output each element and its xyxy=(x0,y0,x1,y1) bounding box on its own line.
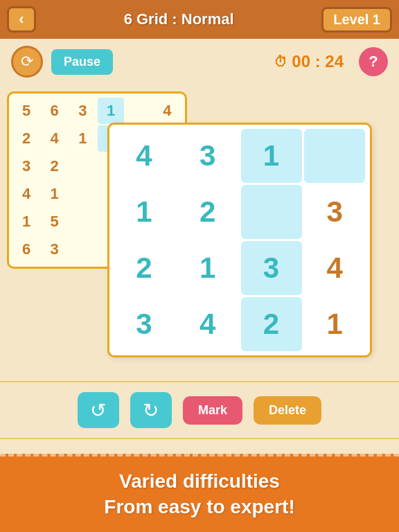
header: ‹ 6 Grid : Normal Level 1 xyxy=(0,0,399,39)
back-grid-cell[interactable]: 6 xyxy=(13,236,39,263)
front-grid-cell[interactable]: 2 xyxy=(241,297,302,351)
back-grid-cell[interactable] xyxy=(126,98,152,124)
back-grid-cell[interactable]: 3 xyxy=(69,98,96,124)
pause-button[interactable]: Pause xyxy=(51,49,113,75)
back-grid-cell[interactable]: 5 xyxy=(42,209,68,235)
front-grid-cell[interactable]: 1 xyxy=(241,129,302,183)
undo-button[interactable]: ↺ xyxy=(78,392,119,428)
level-badge: Level 1 xyxy=(321,7,392,33)
front-grid-cell[interactable]: 3 xyxy=(241,241,302,295)
back-grid-cell[interactable]: 1 xyxy=(98,98,124,124)
back-grid-cell[interactable]: 1 xyxy=(42,181,68,207)
timer-value: 00 : 24 xyxy=(292,52,344,71)
front-grid-cell[interactable]: 1 xyxy=(114,185,175,239)
controls-row: ⟳ Pause ⏱ 00 : 24 ? xyxy=(0,39,399,85)
front-grid-cell[interactable]: 1 xyxy=(177,241,238,295)
back-grid-cell[interactable] xyxy=(69,236,96,263)
undo-icon: ↺ xyxy=(90,399,106,422)
back-grid-cell[interactable]: 2 xyxy=(13,125,39,152)
front-grid-cell[interactable] xyxy=(304,129,365,183)
redo-button[interactable]: ↻ xyxy=(130,392,172,428)
front-grid-cell[interactable]: 1 xyxy=(304,297,365,351)
front-grid-cells: 43112321343421 xyxy=(114,129,366,351)
front-grid-cell[interactable] xyxy=(241,185,302,239)
back-grid-cell[interactable]: 2 xyxy=(42,153,68,179)
redo-icon: ↻ xyxy=(143,399,159,422)
back-grid-cell[interactable]: 5 xyxy=(13,98,39,124)
back-grid-cell[interactable] xyxy=(69,181,96,207)
delete-button[interactable]: Delete xyxy=(254,396,321,425)
back-grid-cell[interactable]: 1 xyxy=(69,125,96,152)
back-grid-cell[interactable]: 3 xyxy=(42,236,68,263)
back-button[interactable]: ‹ xyxy=(7,6,36,33)
back-grid-cell[interactable]: 6 xyxy=(42,98,68,124)
back-grid-cell[interactable] xyxy=(69,153,96,179)
back-grid-cell[interactable]: 4 xyxy=(13,181,39,207)
front-grid-cell[interactable]: 3 xyxy=(304,185,365,239)
clock-icon: ⏱ xyxy=(274,54,287,70)
back-grid-cell[interactable] xyxy=(69,209,96,235)
banner-line1: Varied difficulties From easy to expert! xyxy=(14,469,385,520)
front-grid-cell[interactable]: 2 xyxy=(177,185,238,239)
front-grid-cell[interactable]: 4 xyxy=(114,129,175,183)
help-button[interactable]: ? xyxy=(359,47,388,76)
front-grid: 43112321343421 xyxy=(107,123,372,357)
bottom-banner: Varied difficulties From easy to expert! xyxy=(0,454,399,532)
front-grid-cell[interactable]: 4 xyxy=(304,241,365,295)
front-grid-cell[interactable]: 3 xyxy=(114,297,175,351)
header-title: 6 Grid : Normal xyxy=(124,10,234,28)
front-grid-cell[interactable]: 3 xyxy=(177,129,238,183)
toolbar: ↺ ↻ Mark Delete xyxy=(0,381,399,439)
front-grid-cell[interactable]: 4 xyxy=(177,297,238,351)
back-grid-cell[interactable]: 4 xyxy=(154,98,180,124)
back-grid-cell[interactable]: 1 xyxy=(13,209,39,235)
mark-button[interactable]: Mark xyxy=(183,396,242,425)
refresh-button[interactable]: ⟳ xyxy=(11,46,43,78)
back-grid-cell[interactable]: 4 xyxy=(42,125,68,152)
front-grid-cell[interactable]: 2 xyxy=(114,241,175,295)
back-grid-cell[interactable]: 3 xyxy=(13,153,39,179)
timer: ⏱ 00 : 24 xyxy=(274,52,344,71)
puzzle-area: 563142415632411563 43112321343421 xyxy=(0,85,399,375)
